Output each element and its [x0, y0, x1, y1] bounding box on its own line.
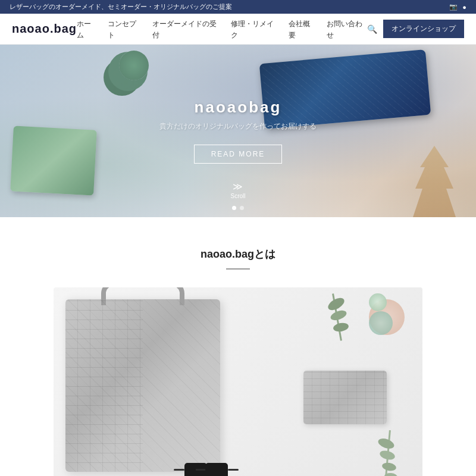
main-nav: ホーム コンセプト オーダーメイドの受付 修理・リメイク 会社概要 お問い合わせ: [77, 18, 367, 40]
hero-dots: [232, 206, 244, 210]
product-image-area: [54, 287, 422, 476]
bag-tote: [65, 299, 220, 472]
hero-content: naoaobag 貴方だけのオリジナルバッグを作ってお届けする READ MOR…: [159, 98, 317, 164]
pinterest-icon[interactable]: ●: [462, 4, 466, 11]
hero-decor-leaf: [119, 51, 149, 80]
bag-tote-texture: [65, 299, 220, 472]
hero-dot-2[interactable]: [240, 206, 244, 210]
header: naoao.bag ホーム コンセプト オーダーメイドの受付 修理・リメイク 会…: [0, 14, 476, 45]
hero-read-more-button[interactable]: READ MORE: [194, 145, 283, 164]
nav-link-contact[interactable]: お問い合わせ: [327, 20, 362, 39]
about-title: naoao.bagとは: [12, 247, 464, 261]
hero-bag-green: [10, 126, 97, 195]
bag-wallet: [303, 371, 387, 424]
nav-item-repair[interactable]: 修理・リメイク: [231, 18, 278, 40]
hero-section: naoaobag 貴方だけのオリジナルバッグを作ってお届けする READ MOR…: [0, 45, 476, 217]
nav-link-concept[interactable]: コンセプト: [108, 20, 136, 39]
hero-dot-1[interactable]: [232, 206, 236, 210]
social-icons: 📷 ●: [449, 3, 466, 11]
about-divider: [226, 268, 250, 270]
logo[interactable]: naoao.bag: [12, 22, 77, 36]
nav-link-order[interactable]: オーダーメイドの受付: [152, 20, 217, 39]
nav-item-about[interactable]: 会社概要: [289, 18, 315, 40]
nav-item-home[interactable]: ホーム: [77, 18, 97, 40]
announcement-text: レザーバッグのオーダーメイド、セミオーダー・オリジナルバッグのご提案: [10, 2, 232, 11]
about-section: naoao.bagとは: [0, 217, 476, 476]
nav-item-concept[interactable]: コンセプト: [108, 18, 142, 40]
hero-scroll: ≫ Scroll: [230, 182, 245, 199]
instagram-icon[interactable]: 📷: [449, 3, 458, 11]
scroll-label: Scroll: [230, 193, 245, 199]
online-shop-button[interactable]: オンラインショップ: [383, 20, 464, 38]
nav-item-contact[interactable]: お問い合わせ: [327, 18, 367, 40]
announcement-bar: レザーバッグのオーダーメイド、セミオーダー・オリジナルバッグのご提案 📷 ●: [0, 0, 476, 14]
hero-subtitle: 貴方だけのオリジナルバッグを作ってお届けする: [159, 121, 317, 131]
nav-item-order[interactable]: オーダーメイドの受付: [152, 18, 220, 40]
nav-link-home[interactable]: ホーム: [77, 20, 91, 39]
nav-link-repair[interactable]: 修理・リメイク: [231, 20, 274, 39]
decor-eucalyptus-bottom: [369, 430, 411, 476]
nav-link-about[interactable]: 会社概要: [289, 20, 310, 39]
decor-eucalyptus-top: [315, 287, 363, 347]
scroll-chevrons: ≫: [230, 182, 245, 192]
search-button[interactable]: 🔍: [367, 24, 377, 34]
nav-actions: 🔍 オンラインショップ: [367, 20, 464, 38]
decor-sunglasses: [184, 460, 238, 476]
hero-title: naoaobag: [159, 98, 317, 117]
bag-wallet-croc-texture: [303, 371, 387, 424]
